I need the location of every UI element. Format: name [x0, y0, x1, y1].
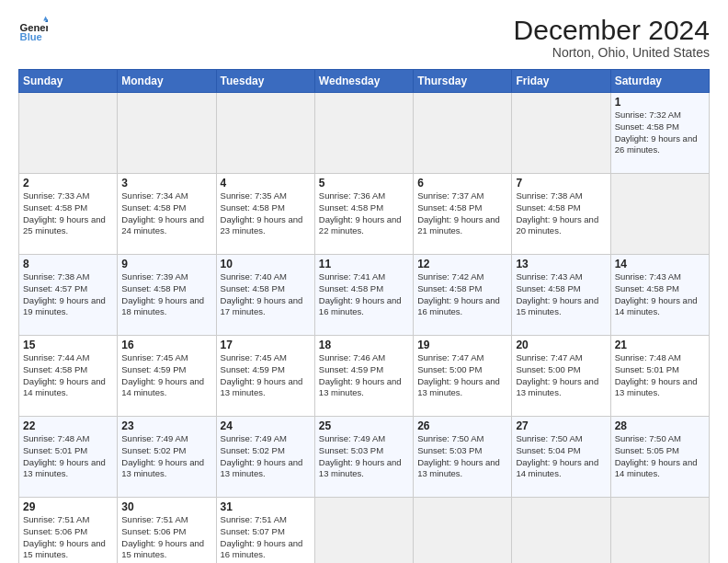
day-number: 31 — [221, 500, 311, 513]
day-number: 18 — [319, 339, 409, 351]
day-detail: Sunrise: 7:50 AMSunset: 5:05 PMDaylight:… — [615, 433, 705, 480]
day-detail: Sunrise: 7:51 AMSunset: 5:06 PMDaylight:… — [121, 514, 211, 561]
calendar-cell: 20Sunrise: 7:47 AMSunset: 5:00 PMDayligh… — [512, 336, 610, 417]
header: General Blue December 2024 Norton, Ohio,… — [18, 15, 710, 60]
calendar-table: SundayMondayTuesdayWednesdayThursdayFrid… — [18, 69, 710, 563]
day-detail: Sunrise: 7:39 AMSunset: 4:58 PMDaylight:… — [121, 271, 211, 318]
calendar-week-1: 2Sunrise: 7:33 AMSunset: 4:58 PMDaylight… — [19, 174, 710, 255]
day-number: 16 — [121, 339, 211, 351]
calendar-week-5: 29Sunrise: 7:51 AMSunset: 5:06 PMDayligh… — [19, 498, 710, 564]
calendar-cell: 23Sunrise: 7:49 AMSunset: 5:02 PMDayligh… — [118, 417, 216, 498]
day-number: 9 — [121, 258, 211, 270]
calendar-cell: 25Sunrise: 7:49 AMSunset: 5:03 PMDayligh… — [314, 417, 413, 498]
day-number: 30 — [121, 500, 211, 513]
calendar-cell: 30Sunrise: 7:51 AMSunset: 5:06 PMDayligh… — [118, 498, 216, 564]
calendar-cell — [314, 498, 413, 564]
day-number: 17 — [221, 339, 311, 351]
day-detail: Sunrise: 7:43 AMSunset: 4:58 PMDaylight:… — [516, 271, 606, 318]
calendar-cell — [512, 93, 610, 174]
day-number: 27 — [516, 419, 606, 432]
calendar-cell: 26Sunrise: 7:50 AMSunset: 5:03 PMDayligh… — [414, 417, 512, 498]
calendar-cell: 13Sunrise: 7:43 AMSunset: 4:58 PMDayligh… — [512, 255, 610, 336]
calendar-cell: 12Sunrise: 7:42 AMSunset: 4:58 PMDayligh… — [414, 255, 512, 336]
calendar-body: 1Sunrise: 7:32 AMSunset: 4:58 PMDaylight… — [19, 93, 710, 564]
calendar-cell: 29Sunrise: 7:51 AMSunset: 5:06 PMDayligh… — [19, 498, 118, 564]
day-detail: Sunrise: 7:50 AMSunset: 5:03 PMDaylight:… — [417, 433, 507, 480]
calendar-cell: 22Sunrise: 7:48 AMSunset: 5:01 PMDayligh… — [19, 417, 118, 498]
title-block: December 2024 Norton, Ohio, United State… — [514, 15, 710, 60]
day-detail: Sunrise: 7:47 AMSunset: 5:00 PMDaylight:… — [516, 352, 606, 399]
day-number: 1 — [615, 96, 705, 109]
calendar-cell: 28Sunrise: 7:50 AMSunset: 5:05 PMDayligh… — [610, 417, 709, 498]
calendar-cell — [512, 498, 610, 564]
page-subtitle: Norton, Ohio, United States — [514, 45, 710, 60]
header-row: SundayMondayTuesdayWednesdayThursdayFrid… — [19, 70, 710, 93]
calendar-cell: 9Sunrise: 7:39 AMSunset: 4:58 PMDaylight… — [118, 255, 216, 336]
day-detail: Sunrise: 7:45 AMSunset: 4:59 PMDaylight:… — [221, 352, 311, 399]
day-number: 10 — [221, 258, 311, 270]
day-detail: Sunrise: 7:43 AMSunset: 4:58 PMDaylight:… — [615, 271, 705, 318]
day-number: 22 — [23, 419, 113, 432]
calendar-cell: 15Sunrise: 7:44 AMSunset: 4:58 PMDayligh… — [19, 336, 118, 417]
calendar-cell: 2Sunrise: 7:33 AMSunset: 4:58 PMDaylight… — [19, 174, 118, 255]
header-day-thursday: Thursday — [414, 70, 512, 93]
day-detail: Sunrise: 7:49 AMSunset: 5:02 PMDaylight:… — [221, 433, 311, 480]
day-detail: Sunrise: 7:51 AMSunset: 5:06 PMDaylight:… — [23, 514, 113, 561]
day-number: 2 — [23, 177, 113, 190]
calendar-cell: 3Sunrise: 7:34 AMSunset: 4:58 PMDaylight… — [118, 174, 216, 255]
calendar-week-2: 8Sunrise: 7:38 AMSunset: 4:57 PMDaylight… — [19, 255, 710, 336]
calendar-cell — [610, 174, 709, 255]
calendar-cell — [414, 498, 512, 564]
calendar-cell: 5Sunrise: 7:36 AMSunset: 4:58 PMDaylight… — [314, 174, 413, 255]
logo: General Blue — [18, 15, 48, 44]
calendar-week-4: 22Sunrise: 7:48 AMSunset: 5:01 PMDayligh… — [19, 417, 710, 498]
calendar-cell: 7Sunrise: 7:38 AMSunset: 4:58 PMDaylight… — [512, 174, 610, 255]
day-number: 13 — [516, 258, 606, 270]
calendar-cell: 21Sunrise: 7:48 AMSunset: 5:01 PMDayligh… — [610, 336, 709, 417]
day-detail: Sunrise: 7:49 AMSunset: 5:03 PMDaylight:… — [319, 433, 409, 480]
calendar-cell: 6Sunrise: 7:37 AMSunset: 4:58 PMDaylight… — [414, 174, 512, 255]
header-day-monday: Monday — [118, 70, 216, 93]
day-detail: Sunrise: 7:34 AMSunset: 4:58 PMDaylight:… — [121, 190, 211, 237]
day-number: 14 — [615, 258, 705, 270]
header-day-friday: Friday — [512, 70, 610, 93]
day-detail: Sunrise: 7:45 AMSunset: 4:59 PMDaylight:… — [121, 352, 211, 399]
calendar-header: SundayMondayTuesdayWednesdayThursdayFrid… — [19, 70, 710, 93]
calendar-cell: 16Sunrise: 7:45 AMSunset: 4:59 PMDayligh… — [118, 336, 216, 417]
calendar-cell: 24Sunrise: 7:49 AMSunset: 5:02 PMDayligh… — [216, 417, 314, 498]
calendar-cell: 10Sunrise: 7:40 AMSunset: 4:58 PMDayligh… — [216, 255, 314, 336]
day-detail: Sunrise: 7:48 AMSunset: 5:01 PMDaylight:… — [23, 433, 113, 480]
calendar-cell: 11Sunrise: 7:41 AMSunset: 4:58 PMDayligh… — [314, 255, 413, 336]
day-detail: Sunrise: 7:38 AMSunset: 4:58 PMDaylight:… — [516, 190, 606, 237]
day-number: 19 — [417, 339, 507, 351]
day-detail: Sunrise: 7:44 AMSunset: 4:58 PMDaylight:… — [23, 352, 113, 399]
calendar-cell: 8Sunrise: 7:38 AMSunset: 4:57 PMDaylight… — [19, 255, 118, 336]
calendar-cell — [610, 498, 709, 564]
day-number: 8 — [23, 258, 113, 270]
day-detail: Sunrise: 7:41 AMSunset: 4:58 PMDaylight:… — [319, 271, 409, 318]
calendar-cell — [216, 93, 314, 174]
calendar-cell: 18Sunrise: 7:46 AMSunset: 4:59 PMDayligh… — [314, 336, 413, 417]
day-number: 21 — [615, 339, 705, 351]
day-number: 6 — [417, 177, 507, 190]
header-day-tuesday: Tuesday — [216, 70, 314, 93]
page-title: December 2024 — [514, 15, 710, 45]
day-detail: Sunrise: 7:38 AMSunset: 4:57 PMDaylight:… — [23, 271, 113, 318]
day-number: 24 — [221, 419, 311, 432]
calendar-cell: 4Sunrise: 7:35 AMSunset: 4:58 PMDaylight… — [216, 174, 314, 255]
day-detail: Sunrise: 7:35 AMSunset: 4:58 PMDaylight:… — [221, 190, 311, 237]
calendar-week-3: 15Sunrise: 7:44 AMSunset: 4:58 PMDayligh… — [19, 336, 710, 417]
header-day-sunday: Sunday — [19, 70, 118, 93]
day-number: 5 — [319, 177, 409, 190]
day-number: 4 — [221, 177, 311, 190]
day-number: 11 — [319, 258, 409, 270]
day-detail: Sunrise: 7:37 AMSunset: 4:58 PMDaylight:… — [417, 190, 507, 237]
day-number: 29 — [23, 500, 113, 513]
day-detail: Sunrise: 7:40 AMSunset: 4:58 PMDaylight:… — [221, 271, 311, 318]
day-detail: Sunrise: 7:46 AMSunset: 4:59 PMDaylight:… — [319, 352, 409, 399]
day-number: 26 — [417, 419, 507, 432]
day-detail: Sunrise: 7:48 AMSunset: 5:01 PMDaylight:… — [615, 352, 705, 399]
day-number: 28 — [615, 419, 705, 432]
day-number: 15 — [23, 339, 113, 351]
calendar-week-0: 1Sunrise: 7:32 AMSunset: 4:58 PMDaylight… — [19, 93, 710, 174]
